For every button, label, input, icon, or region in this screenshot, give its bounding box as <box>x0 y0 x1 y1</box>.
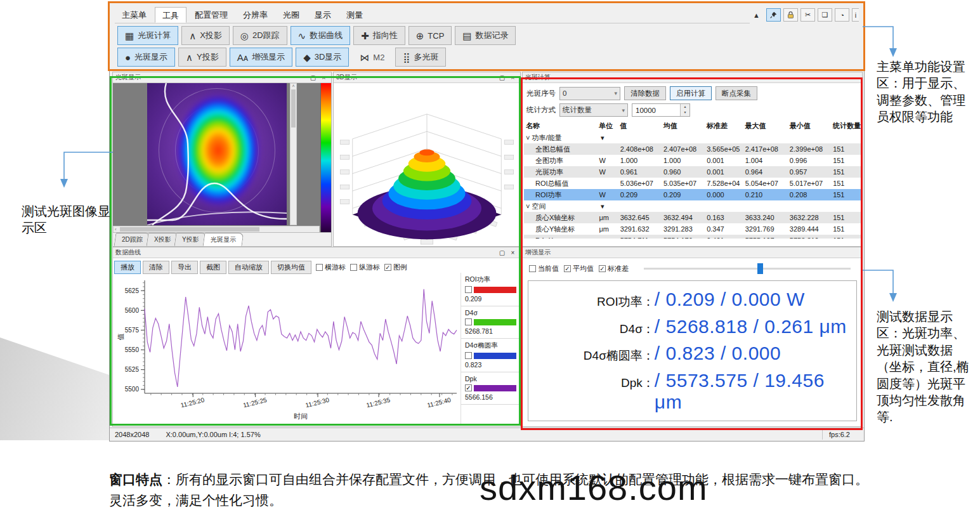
seq-label: 光斑序号 <box>526 89 556 98</box>
menu-item-6[interactable]: 显示 <box>308 7 338 23</box>
clear-data-button[interactable]: 清除数据 <box>624 86 666 100</box>
ribbon-button-数据曲线[interactable]: ∿数据曲线 <box>291 26 351 45</box>
curve-checkbox-图例[interactable]: ✓图例 <box>384 263 407 272</box>
close-icon[interactable]: × <box>508 249 518 257</box>
enhance-checkbox-标准差[interactable]: ✓标准差 <box>599 264 629 273</box>
scrollbar-thumb[interactable] <box>120 227 259 232</box>
spot-seq-select[interactable]: 0 ▾ <box>559 87 620 100</box>
checkbox-box[interactable]: ✓ <box>599 265 606 272</box>
float-icon[interactable]: ▢ <box>308 74 318 82</box>
legend-checkbox[interactable]: ✓ <box>465 384 472 391</box>
ribbon-button-数据记录[interactable]: ▤数据记录 <box>455 26 516 45</box>
curve-button-自动缩放[interactable]: 自动缩放 <box>228 261 269 274</box>
checkbox-box[interactable]: ✓ <box>384 264 391 271</box>
legend-checkbox[interactable] <box>465 318 472 325</box>
ribbon-button-TCP[interactable]: ⊕TCP <box>408 26 452 45</box>
float-icon[interactable]: ▢ <box>497 249 507 257</box>
pin-icon[interactable] <box>766 8 781 22</box>
beam-tab-2D跟踪[interactable]: 2D跟踪 <box>114 233 151 246</box>
target-2d-icon: ◎ <box>240 31 249 41</box>
scrollbar-thumb[interactable] <box>291 89 296 128</box>
table-row[interactable]: ROI功率W0.2090.2090.0000.2100.208151 <box>524 189 861 200</box>
info-icon[interactable]: i <box>852 8 859 22</box>
checkbox-box[interactable] <box>316 264 323 271</box>
enhance-row-value: / 0.209 / 0.000 W <box>655 289 850 310</box>
ribbon-button-多光斑[interactable]: ⣿多光斑 <box>395 48 446 67</box>
curve-button-截图[interactable]: 截图 <box>200 261 226 274</box>
table-row[interactable]: 质心Y轴坐标μm3291.6323291.2830.3473291.769328… <box>524 223 861 235</box>
table-group-row[interactable]: ˅ 空间▾ <box>524 200 861 212</box>
spinner-arrows-icon[interactable]: ▴▾ <box>680 104 689 116</box>
enhanced-display-panel: 增强显示 当前值✓平均值✓标准差 ROI功率：/ 0.209 / 0.000 W… <box>522 247 863 427</box>
enhance-slider[interactable] <box>644 268 851 270</box>
curve-checkbox-横游标[interactable]: 横游标 <box>316 263 346 272</box>
menu-item-1[interactable]: 主菜单 <box>115 7 154 23</box>
scroll-up-icon[interactable]: ˄ <box>292 84 294 88</box>
stat-count-spinner[interactable]: 10000 ▴▾ <box>632 103 690 117</box>
ribbon-button-3D显示[interactable]: ◆3D显示 <box>296 48 349 67</box>
table-row[interactable]: 质心X轴坐标μm3632.6453632.4940.1633633.240363… <box>524 212 861 223</box>
table-group-row[interactable]: ˅ 功率/能量▾ <box>524 132 861 143</box>
curve-button-播放[interactable]: 播放 <box>114 261 141 274</box>
ribbon-button-Y投影[interactable]: ∧Y投影 <box>178 48 226 67</box>
ribbon-button-2D跟踪[interactable]: ◎2D跟踪 <box>233 26 287 45</box>
legend-checkbox[interactable] <box>465 352 472 359</box>
enhance-checkbox-当前值[interactable]: 当前值 <box>529 264 559 273</box>
svg-text:5550: 5550 <box>125 346 140 353</box>
cut-icon[interactable]: ✂ <box>800 8 815 22</box>
table-header-cell: 单位 <box>597 121 618 131</box>
file-icon[interactable]: ❏ <box>818 8 832 22</box>
lock-icon[interactable] <box>783 8 798 22</box>
curve-chart[interactable]: 55005525555055755600562511:25:2011:25:25… <box>114 275 461 424</box>
table-cell: 0.001 <box>705 168 743 176</box>
ribbon-button-指向性[interactable]: ✚指向性 <box>353 26 405 45</box>
table-header-cell: 最大值 <box>743 121 788 131</box>
ribbon-button-X投影[interactable]: ∧X投影 <box>181 26 230 45</box>
ribbon-button-M2[interactable]: ⋈M2 <box>352 48 392 67</box>
beam-tab-光斑显示[interactable]: 光斑显示 <box>203 233 244 246</box>
ribbon-button-光斑计算[interactable]: ▦光斑计算 <box>117 26 178 45</box>
table-cell: 0.210 <box>743 191 788 199</box>
float-icon[interactable]: ▢ <box>497 74 507 82</box>
enhance-checkbox-平均值[interactable]: ✓平均值 <box>564 264 594 273</box>
table-row[interactable]: D4σXμm5754.7115754.1760.4015755.1075753.… <box>524 235 861 239</box>
curve-button-切换均值[interactable]: 切换均值 <box>271 261 311 274</box>
menu-item-2[interactable]: 工具 <box>155 7 186 23</box>
close-icon[interactable]: × <box>319 74 329 82</box>
menu-item-3[interactable]: 配置管理 <box>188 7 235 23</box>
svg-text:值: 值 <box>117 334 124 341</box>
stat-mode-select[interactable]: 统计数量 ▾ <box>559 103 628 117</box>
collapse-up-icon[interactable]: ▲ <box>749 8 764 22</box>
checkbox-box[interactable]: ✓ <box>564 265 571 272</box>
curve-checkbox-纵游标[interactable]: 纵游标 <box>350 263 380 272</box>
beam-horizontal-scrollbar[interactable]: ‹ <box>113 226 320 232</box>
curve-button-导出[interactable]: 导出 <box>171 261 198 274</box>
table-row[interactable]: 光斑功率W0.9610.9600.0010.9640.957151 <box>524 166 861 178</box>
table-row[interactable]: 全图功率W1.0001.0000.0011.0040.996151 <box>524 155 861 166</box>
ribbon-button-光斑显示[interactable]: ●光斑显示 <box>117 48 175 67</box>
close-icon[interactable]: × <box>508 74 518 82</box>
svg-text:11:25:20: 11:25:20 <box>180 396 206 409</box>
enable-calc-button[interactable]: 启用计算 <box>670 86 712 100</box>
menu-item-5[interactable]: 光圈 <box>276 7 306 23</box>
menu-item-7[interactable]: 测量 <box>339 7 370 23</box>
history-icon[interactable]: ◔ <box>835 8 849 22</box>
checkbox-box[interactable] <box>529 265 536 272</box>
slider-handle[interactable] <box>757 263 763 274</box>
beam-vertical-scrollbar[interactable]: ˄ <box>290 83 297 225</box>
ribbon-button-增强显示[interactable]: Aᴀ增强显示 <box>230 48 292 67</box>
breakpoint-capture-button[interactable]: 断点采集 <box>715 86 757 100</box>
legend-item-D4σ: D4σ5268.781 <box>461 306 519 339</box>
table-row[interactable]: ROI总幅值5.036e+075.035e+077.528e+045.054e+… <box>524 178 861 189</box>
table-cell: 151 <box>831 180 861 187</box>
surface-3d-plot[interactable] <box>334 83 520 245</box>
beam-tab-label: Y投影 <box>182 235 199 244</box>
beam-heatmap[interactable] <box>147 83 287 225</box>
menu-item-4[interactable]: 分辨率 <box>236 7 275 23</box>
intensity-colorbar <box>320 83 331 232</box>
curve-button-清除[interactable]: 清除 <box>143 261 169 274</box>
table-row[interactable]: 全图总幅值2.408e+082.407e+083.565e+052.417e+0… <box>524 143 861 155</box>
group-name: ˅ 功率/能量 <box>524 133 599 143</box>
legend-checkbox[interactable] <box>465 286 472 293</box>
checkbox-box[interactable] <box>350 264 357 271</box>
